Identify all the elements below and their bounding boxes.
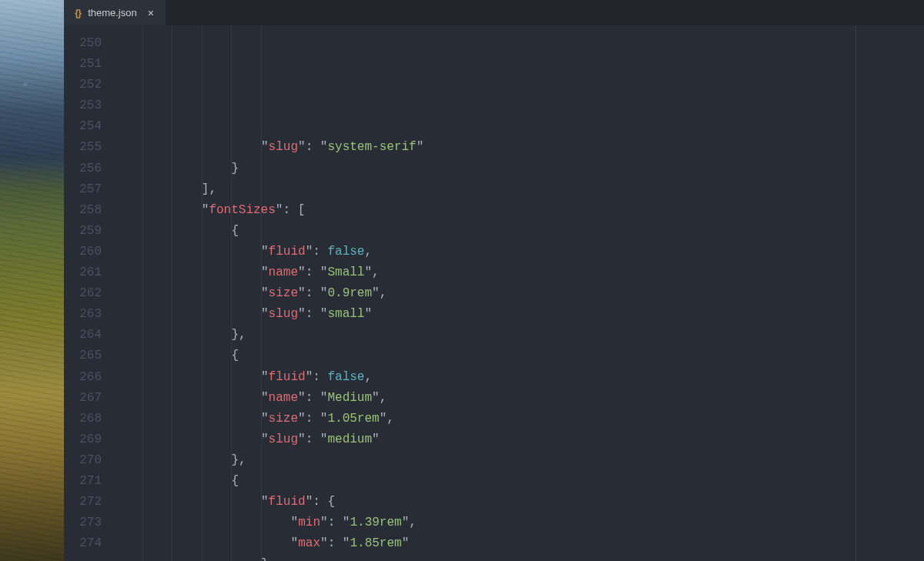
code-line[interactable]: "slug": "medium" <box>112 429 924 450</box>
code-line[interactable]: } <box>112 159 924 179</box>
code-line[interactable]: "name": "Medium", <box>112 388 924 409</box>
code-line[interactable]: "fluid": false, <box>112 367 924 388</box>
line-number: 263 <box>64 304 102 325</box>
tab-filename-label: theme.json <box>88 7 137 18</box>
file-tab-theme-json[interactable]: {} theme.json × <box>64 0 166 25</box>
code-line[interactable]: "fluid": false, <box>112 242 924 262</box>
line-number: 252 <box>64 75 102 95</box>
line-number: 264 <box>64 325 102 346</box>
line-number: 270 <box>64 450 102 471</box>
line-number: 271 <box>64 471 102 492</box>
code-line[interactable]: "size": "1.05rem", <box>112 409 924 429</box>
code-line[interactable]: }, <box>112 450 924 471</box>
line-number: 272 <box>64 492 102 513</box>
code-pane: 2502512522532542552562572582592602612622… <box>64 25 924 561</box>
line-number: 253 <box>64 95 102 116</box>
indent-guide <box>231 25 232 561</box>
line-number: 267 <box>64 388 102 409</box>
editor-tab-bar: {} theme.json × <box>64 0 924 25</box>
tab-bar-empty-area[interactable] <box>166 0 924 25</box>
line-number: 255 <box>64 137 102 158</box>
source-editor[interactable]: "slug": "system-serif"}],"fontSizes": [{… <box>112 25 924 561</box>
json-file-icon: {} <box>75 7 81 18</box>
code-line[interactable]: "fontSizes": [ <box>112 200 924 221</box>
line-number: 260 <box>64 242 102 262</box>
indent-guide <box>142 25 143 561</box>
line-number: 250 <box>64 33 102 54</box>
desktop-wallpaper-strip <box>0 0 64 561</box>
code-line[interactable]: { <box>112 346 924 366</box>
editor-window: {} theme.json × 250251252253254255256257… <box>64 0 924 561</box>
code-line[interactable]: "slug": "system-serif" <box>112 137 924 158</box>
code-line[interactable]: "min": "1.39rem", <box>112 513 924 533</box>
code-line[interactable]: "size": "0.9rem", <box>112 283 924 304</box>
close-tab-button[interactable]: × <box>144 6 158 20</box>
indent-guide <box>261 25 262 561</box>
line-number: 266 <box>64 367 102 388</box>
line-number: 273 <box>64 513 102 533</box>
code-line[interactable]: { <box>112 471 924 492</box>
code-line[interactable]: "max": "1.85rem" <box>112 533 924 554</box>
editor-ruler <box>855 25 856 561</box>
line-number: 256 <box>64 159 102 179</box>
code-line[interactable]: "fluid": { <box>112 492 924 513</box>
line-number: 258 <box>64 200 102 221</box>
code-line[interactable]: "name": "Small", <box>112 262 924 283</box>
code-line[interactable]: }, <box>112 325 924 346</box>
indent-guide <box>202 25 203 561</box>
code-line[interactable]: ], <box>112 179 924 200</box>
line-number: 265 <box>64 346 102 366</box>
code-line[interactable]: "slug": "small" <box>112 304 924 325</box>
line-number: 269 <box>64 429 102 450</box>
code-line[interactable]: }, <box>112 554 924 561</box>
line-number: 257 <box>64 179 102 200</box>
line-number: 274 <box>64 533 102 554</box>
line-number: 261 <box>64 262 102 283</box>
code-line[interactable]: { <box>112 221 924 242</box>
line-number: 268 <box>64 409 102 429</box>
line-number: 259 <box>64 221 102 242</box>
line-number: 251 <box>64 54 102 75</box>
indent-guide <box>172 25 172 561</box>
line-number-gutter: 2502512522532542552562572582592602612622… <box>64 25 112 561</box>
line-number: 262 <box>64 283 102 304</box>
line-number: 254 <box>64 116 102 137</box>
